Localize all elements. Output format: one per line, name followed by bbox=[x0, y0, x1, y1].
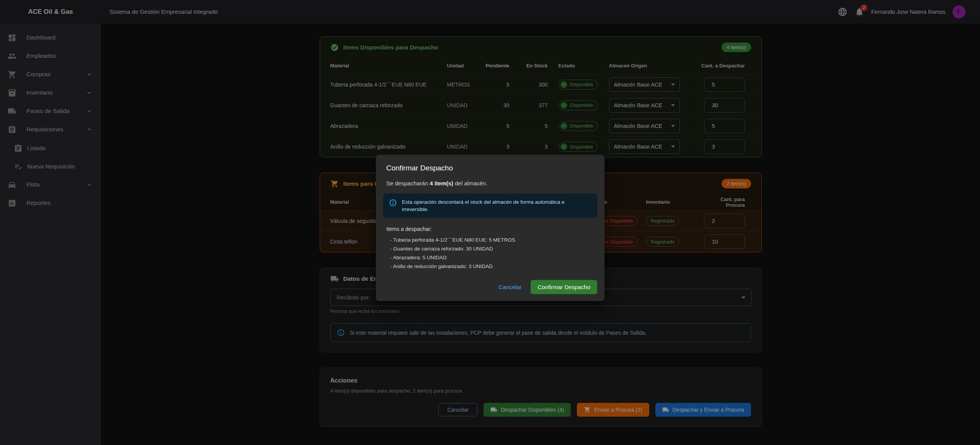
dialog-confirm-button[interactable]: Confirmar Despacho bbox=[531, 280, 597, 294]
info-icon bbox=[389, 199, 397, 207]
list-item: - Guantes de carnaza reforzado: 30 UNIDA… bbox=[390, 244, 594, 253]
list-item: - Abrazadera: 5 UNIDAD bbox=[390, 253, 594, 262]
dialog-cancel-button[interactable]: Cancelar bbox=[495, 281, 525, 293]
confirm-dispatch-dialog: Confirmar Despacho Se despacharán 4 item… bbox=[376, 155, 604, 301]
list-item: - Anillo de reducción galvanizado: 3 UNI… bbox=[390, 262, 594, 271]
application-window: ACE Oil & Gas Sistema de Gestión Empresa… bbox=[0, 0, 980, 445]
irreversible-warning-alert: Esta operación descontará el stock del a… bbox=[383, 193, 597, 218]
list-item: - Tuberia perforada 4-1/2´´´EUE N80 EUE:… bbox=[390, 236, 594, 244]
items-list: - Tuberia perforada 4-1/2´´´EUE N80 EUE:… bbox=[383, 236, 597, 271]
items-list-label: Items a despachar: bbox=[383, 226, 597, 232]
dialog-title: Confirmar Despacho bbox=[383, 162, 597, 172]
dialog-message: Se despacharán 4 item(s) del almacén. bbox=[383, 180, 597, 187]
